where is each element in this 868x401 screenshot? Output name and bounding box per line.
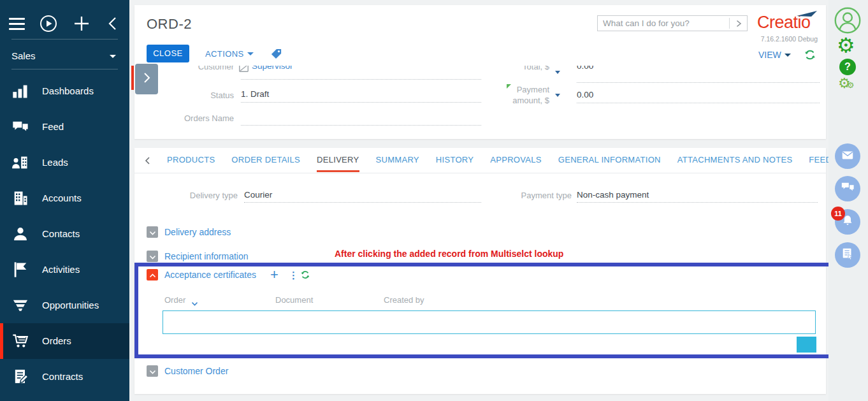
process-play-icon[interactable] [40,15,57,35]
column-header-document[interactable]: Document [275,295,313,305]
help-icon[interactable]: ? [839,59,856,75]
left-sidebar: Sales Dashboards Feed Leads Accounts Con… [0,0,129,401]
close-button[interactable]: CLOSE [147,45,189,62]
section-delivery-address[interactable]: Delivery address [164,227,231,237]
chat-bubbles-icon [841,180,855,197]
sidebar-item-feed[interactable]: Feed [0,109,129,145]
customer-label: Customer [147,66,234,71]
workplace-label: Sales [11,50,36,61]
tab-history[interactable]: HISTORY [436,155,474,170]
refresh-icon[interactable] [804,48,816,64]
chat-button[interactable] [835,176,860,201]
sidebar-item-leads[interactable]: Leads [0,145,129,180]
search-go-icon[interactable] [735,19,742,31]
divider [729,18,730,29]
field-underline [241,102,481,103]
grid-row-action-button[interactable] [797,337,816,353]
settings-gear-icon[interactable]: ⚙ [837,35,855,55]
user-avatar[interactable] [834,6,862,37]
sidebar-item-opportunities[interactable]: Opportunities [0,288,129,323]
delivery-type-label: Delivery type [155,191,238,200]
divider [11,39,118,40]
sidebar-item-accounts[interactable]: Accounts [0,180,129,216]
customer-order-collapse-button[interactable] [147,365,158,377]
tabs-scroll-left-icon[interactable] [144,156,150,168]
shopping-cart-icon [11,332,29,350]
tab-approvals[interactable]: APPROVALS [490,155,542,170]
total-value[interactable]: 0.00 [577,66,593,71]
sidebar-item-orders[interactable]: Orders [0,323,129,359]
field-underline [241,79,481,80]
chevron-down-icon [149,365,156,377]
payment-amount-value[interactable]: 0.00 [577,90,593,99]
delivery-address-collapse-button[interactable] [147,226,158,238]
selected-indicator [0,323,3,359]
add-record-plus-icon[interactable] [73,15,90,35]
record-profile-form: Customer Supervisor Total, $ 0.00 Status… [134,66,826,139]
tab-products[interactable]: PRODUCTS [167,155,215,170]
payment-amount-label: Payment amount, $ [505,84,549,106]
system-designer-gears-icon[interactable]: ⚙⚙ [838,75,854,91]
tab-delivery[interactable]: DELIVERY [317,155,359,172]
section-acceptance-certificates[interactable]: Acceptance certificates [164,270,256,280]
delivery-type-value[interactable]: Courier [244,190,272,200]
column-header-created-by[interactable]: Created by [384,295,424,305]
column-header-order[interactable]: Order [164,295,185,305]
divider [11,69,118,69]
total-label: Total, $ [502,66,549,71]
sidebar-item-activities[interactable]: Activities [0,252,129,288]
business-process-tasks-button[interactable] [835,242,860,268]
flag-icon [11,261,29,279]
payment-type-value[interactable]: Non-cash payment [577,190,649,200]
sidebar-item-contracts[interactable]: Contracts [0,359,129,395]
bar-chart-icon [11,82,29,100]
acceptance-certificates-collapse-button[interactable] [147,269,158,281]
tab-order-details[interactable]: ORDER DETAILS [231,155,300,170]
collapse-sidebar-chevron-icon[interactable] [106,17,119,33]
chevron-down-icon [149,226,156,238]
command-line-search [597,15,748,31]
chevron-down-icon[interactable] [555,71,560,74]
search-input[interactable] [603,17,724,30]
tab-summary[interactable]: SUMMARY [376,155,419,170]
creatio-order-page: Sales Dashboards Feed Leads Accounts Con… [0,0,868,401]
status-value[interactable]: 1. Draft [241,89,269,99]
funnel-icon [11,296,29,314]
chevron-up-icon [149,269,156,281]
contact-card-icon [239,66,249,75]
divider [134,173,826,173]
field-underline [577,202,818,203]
tab-general-information[interactable]: GENERAL INFORMATION [558,155,661,170]
field-underline [577,103,820,103]
view-button[interactable]: VIEW [758,50,791,60]
tag-icon[interactable] [270,48,282,62]
tab-attachments-and-notes[interactable]: ATTACHMENTS AND NOTES [677,155,793,170]
chevron-down-icon [110,55,116,58]
chevron-down-icon[interactable] [555,94,560,97]
hamburger-menu-icon[interactable] [9,18,25,33]
selected-empty-grid-row[interactable] [163,310,816,334]
actions-button[interactable]: ACTIONS [205,49,254,59]
section-recipient-information[interactable]: Recipient information [164,251,249,261]
chevron-down-icon [785,54,791,57]
field-underline [577,82,820,83]
recipient-information-collapse-button[interactable] [147,251,158,262]
chat-bubbles-icon [11,118,29,136]
person-icon [11,225,29,243]
flyout-alert-bar [131,66,134,90]
sort-chevron-down-icon[interactable] [191,298,198,309]
record-tabs: PRODUCTS ORDER DETAILS DELIVERY SUMMARY … [144,155,855,172]
page-title: ORD-2 [147,16,192,33]
more-options-dots-icon[interactable]: ⋮ [289,270,298,281]
status-label: Status [147,91,234,100]
sidebar-item-dashboards[interactable]: Dashboards [0,73,129,109]
envelope-icon [841,148,855,164]
sidebar-item-contacts[interactable]: Contacts [0,216,129,252]
field-underline [241,125,481,126]
notification-badge: 11 [831,207,845,221]
detail-refresh-icon[interactable] [300,270,310,282]
customer-value-link[interactable]: Supervisor [252,66,293,71]
email-button[interactable] [835,143,860,169]
section-customer-order[interactable]: Customer Order [164,366,228,376]
add-record-plus-icon[interactable]: + [270,268,278,281]
